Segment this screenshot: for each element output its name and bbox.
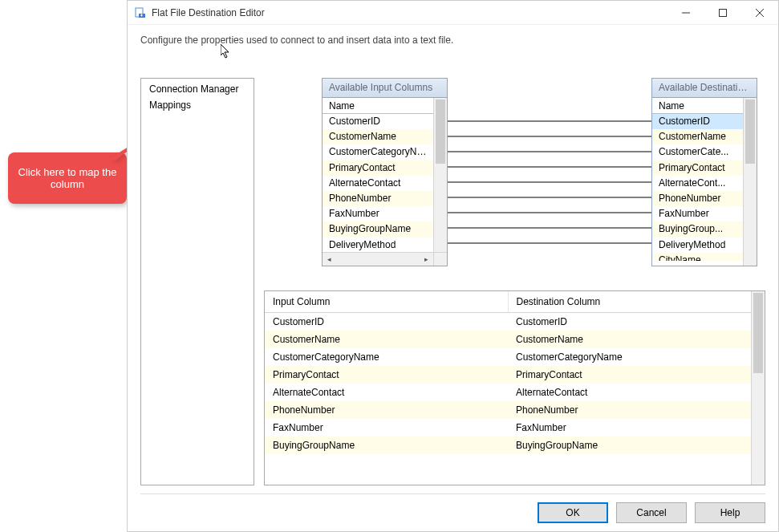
list-item[interactable]: DeliveryMethod <box>652 238 743 253</box>
list-item[interactable]: PhoneNumber <box>652 191 743 206</box>
list-item[interactable]: CityName <box>652 253 743 261</box>
colbox-header[interactable]: Name ▴ <box>323 98 447 114</box>
grid-row[interactable]: PhoneNumberPhoneNumber <box>265 401 751 419</box>
grid-row[interactable]: CustomerCategoryNameCustomerCategoryName <box>265 348 751 366</box>
titlebar[interactable]: Flat File Destination Editor <box>128 1 778 25</box>
list-item[interactable]: AlternateCont... <box>652 176 743 191</box>
list-item[interactable]: PrimaryContact <box>323 160 433 176</box>
grid-cell-dest[interactable]: PrimaryContact <box>508 366 751 384</box>
scrollbar-horizontal[interactable]: ◂ ▸ <box>323 252 433 266</box>
scrollbar-vertical[interactable] <box>743 98 757 266</box>
sidebar-item-connection-manager[interactable]: Connection Manager <box>141 81 254 97</box>
cursor-icon <box>221 44 233 63</box>
available-destination-columns[interactable]: Available Destinatio... Name CustomerID … <box>651 78 757 266</box>
list-item[interactable]: BuyingGroupName <box>323 221 433 237</box>
colbox-title: Available Input Columns <box>323 79 447 98</box>
scroll-right-icon[interactable]: ▸ <box>420 253 433 266</box>
grid-header-input[interactable]: Input Column <box>265 291 509 312</box>
callout-text: Click here to map the column <box>14 166 120 190</box>
help-button[interactable]: Help <box>695 502 765 523</box>
svg-rect-3 <box>720 10 727 17</box>
grid-scrollbar-vertical[interactable] <box>751 291 765 485</box>
maximize-button[interactable] <box>704 1 741 25</box>
grid-cell-input[interactable]: PrimaryContact <box>265 366 508 384</box>
grid-cell-dest[interactable]: FaxNumber <box>508 419 751 437</box>
dialog-content: Configure the properties used to connect… <box>128 25 778 531</box>
col-header-name: Name <box>659 100 684 112</box>
grid-cell-dest[interactable]: CustomerName <box>508 331 751 348</box>
mapping-grid: Input Column Destination Column Customer… <box>264 290 765 485</box>
colbox-header[interactable]: Name <box>652 98 757 114</box>
colbox-title: Available Destinatio... <box>652 79 757 98</box>
scroll-left-icon[interactable]: ◂ <box>323 253 336 266</box>
list-item[interactable]: CustomerID <box>652 114 743 129</box>
grid-cell-dest[interactable]: BuyingGroupName <box>508 437 751 454</box>
grid-header-destination[interactable]: Destination Column <box>509 291 752 312</box>
grid-cell-input[interactable]: PhoneNumber <box>265 401 508 419</box>
close-button[interactable] <box>741 1 778 25</box>
sidebar-item-mappings[interactable]: Mappings <box>141 97 254 113</box>
callout-tooltip: Click here to map the column <box>8 152 127 204</box>
window-title: Flat File Destination Editor <box>152 7 667 18</box>
grid-cell-dest[interactable]: AlternateContact <box>508 384 751 401</box>
mapping-lines <box>448 78 651 266</box>
available-input-columns[interactable]: Available Input Columns Name ▴ CustomerI… <box>322 78 448 266</box>
list-item[interactable]: CustomerName <box>652 129 743 144</box>
main-layout: Connection Manager Mappings Available In… <box>140 78 765 485</box>
ok-button[interactable]: OK <box>538 502 608 523</box>
grid-cell-input[interactable]: CustomerName <box>265 331 508 348</box>
app-icon <box>134 6 147 19</box>
grid-row[interactable]: AlternateContactAlternateContact <box>265 384 751 401</box>
col-header-name: Name <box>329 100 355 112</box>
input-column-list: CustomerID CustomerName CustomerCategory… <box>323 114 433 252</box>
window-controls <box>667 1 778 24</box>
page-list: Connection Manager Mappings <box>140 78 254 485</box>
list-item[interactable]: CustomerID <box>323 114 433 129</box>
list-item[interactable]: PhoneNumber <box>323 191 433 206</box>
grid-row[interactable]: CustomerIDCustomerID <box>265 313 751 331</box>
list-item[interactable]: FaxNumber <box>323 206 433 221</box>
list-item[interactable]: PrimaryContact <box>652 160 743 176</box>
list-item[interactable]: CustomerCategoryName <box>323 144 433 160</box>
list-item[interactable]: DeliveryMethod <box>323 238 433 253</box>
divider <box>140 493 765 494</box>
list-item[interactable]: BuyingGroup... <box>652 221 743 237</box>
dest-column-list: CustomerID CustomerName CustomerCate... … <box>652 114 743 266</box>
grid-header: Input Column Destination Column <box>265 291 751 313</box>
grid-cell-dest[interactable]: CustomerCategoryName <box>508 348 751 366</box>
grid-cell-input[interactable]: FaxNumber <box>265 419 508 437</box>
dialog-buttons: OK Cancel Help <box>140 502 765 523</box>
list-item[interactable]: CustomerCate... <box>652 144 743 160</box>
cancel-button[interactable]: Cancel <box>616 502 687 523</box>
dialog-window: Flat File Destination Editor Configure t… <box>127 0 779 532</box>
grid-row[interactable]: FaxNumberFaxNumber <box>265 419 751 437</box>
grid-cell-input[interactable]: BuyingGroupName <box>265 437 508 454</box>
mapping-pane: Available Input Columns Name ▴ CustomerI… <box>264 78 765 485</box>
sidebar-item-label: Mappings <box>149 99 191 111</box>
grid-cell-dest[interactable]: PhoneNumber <box>508 401 751 419</box>
grid-cell-input[interactable]: CustomerCategoryName <box>265 348 508 366</box>
scrollbar-vertical[interactable] <box>433 98 447 252</box>
grid-cell-dest[interactable]: CustomerID <box>508 313 751 331</box>
grid-row[interactable]: CustomerNameCustomerName <box>265 331 751 348</box>
dialog-description: Configure the properties used to connect… <box>140 35 765 46</box>
minimize-button[interactable] <box>667 1 704 25</box>
grid-row[interactable]: PrimaryContactPrimaryContact <box>265 366 751 384</box>
scrollbar-corner <box>433 252 447 266</box>
grid-cell-input[interactable]: AlternateContact <box>265 384 508 401</box>
grid-body: CustomerIDCustomerID CustomerNameCustome… <box>265 313 751 485</box>
list-item[interactable]: FaxNumber <box>652 206 743 221</box>
grid: Input Column Destination Column Customer… <box>265 291 751 485</box>
list-item[interactable]: CustomerName <box>323 129 433 144</box>
sidebar-item-label: Connection Manager <box>149 83 238 95</box>
grid-cell-input[interactable]: CustomerID <box>265 313 508 331</box>
visual-mapping: Available Input Columns Name ▴ CustomerI… <box>264 78 765 282</box>
list-item[interactable]: AlternateContact <box>323 176 433 191</box>
grid-row[interactable]: BuyingGroupNameBuyingGroupName <box>265 437 751 454</box>
